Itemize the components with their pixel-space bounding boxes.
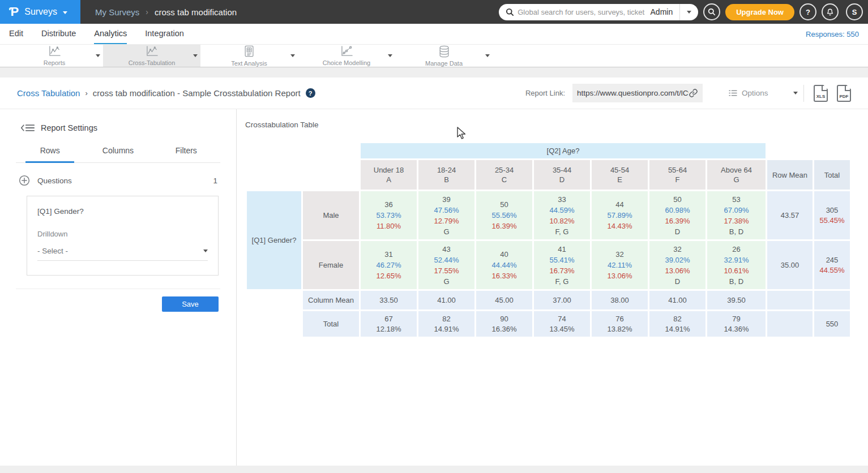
total-cell: 6712.18% — [361, 311, 417, 337]
ribbon-item-cross-tabulation[interactable]: Cross-Tabulation — [103, 45, 200, 67]
ribbon-item-choice-modelling[interactable]: Choice Modelling — [298, 45, 395, 67]
data-cell: 3242.11%13.06% — [592, 241, 648, 289]
settings-tabs: RowsColumnsFilters — [16, 146, 220, 163]
blank-cell — [247, 160, 359, 190]
row-mean-cell: 35.00 — [767, 241, 813, 289]
tab-filters[interactable]: Filters — [152, 146, 220, 162]
tab-columns[interactable]: Columns — [84, 146, 152, 162]
drilldown-select[interactable]: - Select - — [37, 247, 208, 261]
total-cell: 7413.45% — [534, 311, 590, 337]
data-cell: 5367.09%17.38%B, D — [707, 191, 766, 239]
chevron-down-icon[interactable] — [388, 54, 392, 57]
options-dropdown[interactable]: Options — [729, 89, 798, 97]
search-scope-dropdown[interactable] — [680, 4, 698, 20]
report-settings-header: Report Settings — [0, 123, 236, 132]
total-row-label: Total — [303, 311, 359, 337]
report-link-input[interactable] — [577, 89, 689, 97]
grand-total-cell: 550 — [814, 311, 850, 337]
bell-icon — [826, 8, 834, 16]
product-label: Surveys — [24, 7, 57, 17]
questions-label: Questions — [37, 177, 72, 185]
table-row-male: [Q1] Gender?Male3653.73%11.80%3947.56%12… — [247, 191, 850, 239]
column-mean-cell: 41.00 — [418, 291, 474, 309]
nav-item-integration[interactable]: Integration — [145, 24, 184, 44]
save-button[interactable]: Save — [162, 296, 219, 312]
tab-rows[interactable]: Rows — [16, 146, 84, 162]
panel-title: Report Settings — [41, 123, 97, 132]
empty-summary-cell — [814, 291, 850, 309]
column-mean-label: Column Mean — [303, 291, 359, 309]
total-cell: 7914.36% — [707, 311, 766, 337]
column-header-B: 18-24B — [418, 160, 474, 190]
column-group-header: [Q2] Age? — [361, 143, 766, 158]
nav-item-edit[interactable]: Edit — [9, 24, 23, 44]
avatar-initial: S — [852, 8, 857, 16]
search-input[interactable] — [514, 8, 648, 16]
data-cell: 3344.59%10.82%F, G — [534, 191, 590, 239]
row-mean-cell: 43.57 — [767, 191, 813, 239]
export-xls-button[interactable]: XLS — [814, 85, 828, 102]
page-background: Cross Tabulation › cross tab modificatio… — [0, 67, 868, 473]
total-cell: 8214.91% — [649, 311, 705, 337]
table-row-column-mean: Column Mean33.5041.0045.0037.0038.0041.0… — [247, 291, 850, 309]
ribbon-item-reports[interactable]: Reports — [6, 45, 103, 67]
data-cell: 3947.56%12.79%G — [418, 191, 474, 239]
column-header-E: 45-54E — [592, 160, 648, 190]
pdf-icon-label: PDF — [840, 94, 849, 99]
chevron-down-icon[interactable] — [96, 54, 100, 57]
questions-row: Questions 1 — [19, 175, 217, 186]
total-header: Total — [814, 160, 850, 190]
report-breadcrumb: Cross Tabulation › cross tab modificatio… — [17, 88, 315, 98]
report-help-icon[interactable]: ? — [306, 88, 315, 98]
data-cell: 4457.89%14.43% — [592, 191, 648, 239]
ribbon-item-label: Manage Data — [425, 60, 463, 67]
report-link-box — [572, 84, 703, 102]
report-title: cross tab modification - Sample Crosstab… — [93, 88, 301, 98]
help-button[interactable]: ? — [799, 3, 816, 20]
options-label: Options — [742, 89, 768, 97]
topbar-actions: Admin Upgrade Now ? S — [499, 3, 868, 20]
total-cell: 8214.91% — [418, 311, 474, 337]
product-switcher[interactable]: Ƥ Surveys — [0, 0, 80, 24]
cross-tabulation-link[interactable]: Cross Tabulation — [17, 88, 80, 98]
chevron-down-icon[interactable] — [290, 54, 295, 57]
collapse-panel-icon[interactable] — [21, 123, 35, 132]
blank-cell — [247, 291, 301, 309]
data-cell: 3146.27%12.65% — [361, 241, 417, 289]
avatar[interactable]: S — [846, 3, 863, 20]
question-card: [Q1] Gender? Drilldown - Select - — [27, 196, 219, 276]
top-breadcrumb: My Surveys › cross tab modification — [95, 7, 237, 17]
table-row-female: Female3146.27%12.65%4352.44%17.55%G4044.… — [247, 241, 850, 289]
responses-count: Responses: 550 — [806, 24, 859, 44]
ribbon-item-text-analysis[interactable]: Text Analysis — [200, 45, 298, 67]
search-icon — [506, 8, 514, 16]
advanced-search-button[interactable] — [703, 3, 720, 20]
column-header-G: Above 64G — [707, 160, 766, 190]
empty-summary-cell — [767, 311, 813, 337]
search-scope-selector[interactable]: Admin — [648, 7, 680, 16]
empty-summary-cell — [767, 291, 813, 309]
chevron-down-icon[interactable] — [485, 54, 490, 57]
column-mean-cell: 39.50 — [707, 291, 766, 309]
line-chart-icon — [48, 45, 62, 59]
nav-items: EditDistributeAnalyticsIntegration — [9, 24, 184, 44]
text-doc-icon — [244, 45, 255, 60]
breadcrumb-my-surveys[interactable]: My Surveys — [95, 7, 139, 17]
ribbon-item-manage-data[interactable]: Manage Data — [395, 45, 493, 67]
survey-nav: EditDistributeAnalyticsIntegration Respo… — [0, 24, 868, 45]
add-question-icon[interactable] — [19, 175, 30, 186]
column-header-C: 25-34C — [476, 160, 532, 190]
ribbon-item-label: Cross-Tabulation — [129, 59, 176, 66]
nav-item-distribute[interactable]: Distribute — [41, 24, 76, 44]
chevron-down-icon[interactable] — [193, 54, 198, 57]
export-pdf-button[interactable]: PDF — [837, 85, 851, 102]
ribbon-item-label: Choice Modelling — [323, 59, 370, 66]
upgrade-now-button[interactable]: Upgrade Now — [725, 4, 794, 20]
row-mean-header: Row Mean — [767, 160, 813, 190]
notifications-button[interactable] — [822, 3, 839, 20]
table-row-column-group: [Q2] Age? — [247, 143, 850, 158]
link-icon[interactable] — [689, 88, 698, 98]
questions-count-badge: 1 — [213, 177, 217, 185]
nav-item-analytics[interactable]: Analytics — [94, 24, 127, 44]
data-cell: 5060.98%16.39%D — [649, 191, 705, 239]
